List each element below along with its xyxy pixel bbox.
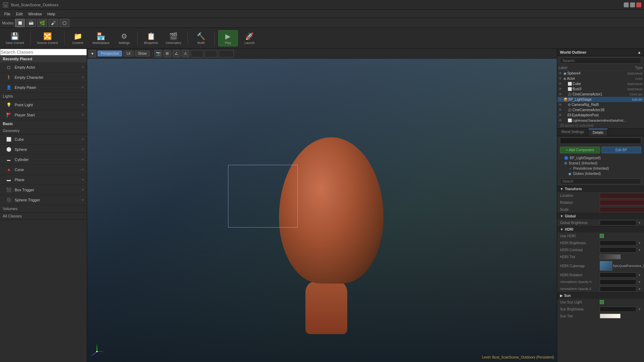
camera-speed-icon[interactable]: 📷 [154, 50, 162, 57]
panel-item-cone[interactable]: 🔺 Cone + [0, 165, 87, 175]
menu-window[interactable]: Window [25, 11, 45, 17]
atmo-h-arrow[interactable]: ▼ [638, 280, 641, 284]
global-brightness-input[interactable]: 1.0 [600, 220, 636, 225]
viewport-options-button[interactable]: ▼ [89, 50, 96, 57]
comp-previs[interactable]: → PrevisArrow (Inherited) [560, 166, 641, 171]
panel-item-point-light[interactable]: 💡 Point Light + [0, 100, 87, 110]
outliner-item-sphere4[interactable]: 👁 ◉ Sphere4 StaticMesh [557, 71, 644, 76]
outliner-item-lightmass[interactable]: 👁 ⬜ LightmassCharacterIndirectDetailVol.… [557, 118, 644, 123]
global-brightness-arrow[interactable]: ▼ [638, 221, 641, 225]
panel-item-empty-pawn[interactable]: 👤 Empty Pawn + [0, 83, 87, 93]
cubemap-thumbnail[interactable] [600, 261, 612, 271]
search-classes-input[interactable] [0, 49, 87, 55]
grid-size-input[interactable]: 10 [191, 50, 203, 57]
hdri-rot-arrow[interactable]: ▼ [638, 273, 641, 277]
panel-item-plane[interactable]: ▬ Plane + [0, 175, 87, 185]
hdri-brightness-input[interactable]: 0.75 [600, 240, 636, 246]
marketplace-button[interactable]: 🏪 Marketplace [90, 31, 112, 46]
add-component-button[interactable]: + Add Component [560, 147, 600, 153]
rotation-row: Rotation 0.0001 -60.49 82.78 ▼ [557, 199, 644, 206]
launch-button[interactable]: 🚀 Launch [240, 31, 259, 46]
atmo-z-input[interactable]: 1.0 [600, 286, 636, 292]
hdri-bright-arrow[interactable]: ▼ [638, 241, 641, 245]
close-button[interactable] [636, 2, 641, 7]
rotation-x-input[interactable]: 0.0001 [600, 200, 644, 205]
panel-item-cylinder[interactable]: ▬ Cylinder + [0, 155, 87, 165]
outliner-item-bust3[interactable]: 👁 ⬜ Bust3 StaticMesh [557, 86, 644, 92]
panel-item-cube[interactable]: ⬜ Cube + [0, 134, 87, 145]
tab-details[interactable]: Details [589, 129, 608, 136]
content-button[interactable]: 📁 Content [68, 31, 88, 46]
all-classes-header[interactable]: All Classes [0, 213, 87, 219]
sun-brightness-input[interactable]: 2.35 [600, 307, 636, 312]
outliner-item-camera-rig[interactable]: 👁 ⚙ CameraRig_Rail5 [557, 102, 644, 107]
tab-world-settings[interactable]: World Settings [557, 129, 589, 136]
settings-button[interactable]: ⚙ Settings [114, 31, 134, 46]
sun-tint-swatch[interactable] [600, 314, 621, 318]
details-search-input[interactable] [560, 178, 641, 184]
menu-file[interactable]: File [1, 11, 13, 17]
panel-item-sphere[interactable]: ⚪ Sphere + [0, 145, 87, 155]
hdri-contrast-arrow[interactable]: ▼ [638, 248, 641, 252]
hdri-tint-swatch[interactable] [600, 254, 621, 259]
mode-foliage[interactable]: 🌿 [37, 19, 47, 27]
panel-item-player-start[interactable]: 🚩 Player Start + [0, 110, 87, 120]
atmo-h-input[interactable]: 1.0 [600, 279, 636, 285]
outliner-search-input[interactable] [560, 57, 641, 64]
global-header[interactable]: ▼ Global [557, 213, 644, 219]
outliner-item-cube[interactable]: 👁 ⬜ Cube StaticMesh [557, 81, 644, 86]
hdri-contrast-input[interactable]: 1.0 [600, 247, 636, 253]
use-hdri-checkbox[interactable] [600, 234, 604, 238]
lit-button[interactable]: Lit [123, 51, 134, 56]
geometry-header[interactable]: Geometry [0, 127, 87, 134]
blueprints-button[interactable]: 📋 Blueprints [141, 31, 161, 46]
panel-item-empty-character[interactable]: 🚶 Empty Character + [0, 72, 87, 83]
outliner-item-cine-b[interactable]: 👁 🎥 CineCameraActor1B [557, 107, 644, 113]
panel-item-sphere-trigger[interactable]: ⚫ Sphere Trigger + [0, 195, 87, 205]
hdri-rotation-input[interactable]: -0.449541 [600, 272, 636, 278]
comp-self[interactable]: 🔵 BP_LightStage(self) [560, 155, 641, 161]
viewport[interactable]: X Y Z Level: Bust_ScanScene_Outdoors (Pe… [87, 59, 557, 362]
outliner-item-actor[interactable]: 👁 ◈ Actor Actor [557, 76, 644, 81]
mode-landscape[interactable]: 🏔 [26, 19, 36, 27]
bp-name-input[interactable]: BP_LightStage [560, 138, 641, 144]
use-sun-checkbox[interactable] [600, 300, 604, 304]
comp-scene1[interactable]: ⚙ Scene1 (Inherited) [560, 161, 641, 166]
outliner-item-eye-adaption[interactable]: 👁 🎞 EyeAdaptionPost [557, 113, 644, 118]
angle-icon[interactable]: ∠ [173, 50, 180, 57]
outliner-item-cinecamera[interactable]: 👁 🎥 CineCameraActor1 CineCam [557, 92, 644, 97]
angle-input[interactable]: 10° [205, 50, 217, 57]
menu-edit[interactable]: Edit [13, 11, 25, 17]
scale-x-input[interactable]: 1.0 [600, 207, 644, 212]
grid-icon[interactable]: ⊞ [164, 50, 171, 57]
edit-bp-button[interactable]: Edit BP [601, 147, 642, 153]
comp-globex[interactable]: ◉ Globex (Inherited) [560, 171, 641, 176]
hdri-cubemap-row: HDRI Cubemap EpicQuadPanorama_CC ◀ ▶ [557, 260, 644, 271]
cinematics-button[interactable]: 🎬 Cinematics [163, 31, 184, 46]
build-button[interactable]: 🔨 Build [191, 31, 211, 46]
sun-header[interactable]: ▶ Sun [557, 293, 644, 299]
source-control-button[interactable]: 🔀 Source Control [34, 31, 61, 46]
panel-item-box-trigger[interactable]: ⬛ Box Trigger + [0, 185, 87, 195]
lights-header[interactable]: Lights [0, 93, 87, 100]
mode-geometry[interactable]: ⬡ [60, 19, 69, 27]
transform-header[interactable]: ▼ Transform [557, 186, 644, 192]
maximize-button[interactable] [630, 2, 635, 7]
perspective-button[interactable]: Perspective [98, 51, 122, 56]
panel-item-empty-actor[interactable]: ◻ Empty Actor + [0, 62, 87, 72]
point-light-icon: 💡 [6, 102, 12, 108]
mode-mesh-paint[interactable]: 🖌 [48, 19, 58, 27]
outliner-item-bplightstage[interactable]: 👁 📦 BP_LightStage Edit BP [557, 97, 644, 102]
location-x-input[interactable]: 0.0 cm [600, 193, 644, 198]
menu-help[interactable]: Help [45, 11, 58, 17]
save-current-button[interactable]: 💾 Save Current [3, 31, 27, 46]
mode-placement[interactable]: 🔲 [15, 19, 25, 27]
play-button[interactable]: ▶ Play [218, 30, 238, 46]
show-button[interactable]: Show [135, 51, 150, 56]
minimize-button[interactable] [624, 2, 629, 7]
scale-input[interactable]: 0.25 [219, 50, 234, 57]
sun-brightness-arrow[interactable]: ▼ [638, 307, 641, 311]
hdri-header[interactable]: ▼ HDRI [557, 226, 644, 232]
volumes-header[interactable]: Volumes [0, 205, 87, 212]
atmo-z-arrow[interactable]: ▼ [638, 287, 641, 291]
